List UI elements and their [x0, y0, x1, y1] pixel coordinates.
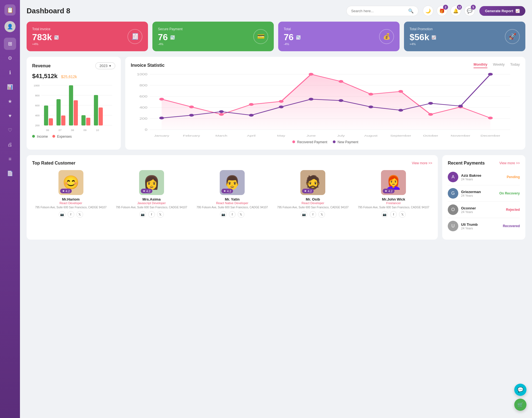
svg-text:September: September — [390, 134, 411, 137]
svg-text:1000: 1000 — [137, 73, 147, 76]
star-icon: ★ — [385, 189, 387, 193]
customer-avatar-4: 👩‍🦰 ★ 4.2 — [381, 170, 406, 195]
menu-icon: ≡ — [9, 156, 12, 162]
instagram-icon-0[interactable]: 📷 — [59, 211, 65, 218]
facebook-icon-4[interactable]: f — [390, 211, 397, 218]
customer-avatar-1: 👩 ★ 4.2 — [139, 170, 164, 195]
customer-rating-4: ★ 4.2 — [383, 189, 394, 193]
stat-change-payment: -4% — [158, 42, 268, 46]
svg-point-52 — [219, 113, 224, 116]
gift-btn[interactable]: 🎁 2 — [437, 6, 447, 16]
svg-point-70 — [398, 109, 403, 112]
float-chat-button[interactable]: 💬 — [514, 384, 526, 396]
facebook-icon-3[interactable]: f — [310, 211, 316, 218]
customer-address-2: 795 Folsom Ave, Suite 600 San Francisco,… — [196, 206, 268, 209]
info-icon: ℹ — [9, 70, 11, 76]
moon-toggle[interactable]: 🌙 — [423, 6, 433, 16]
search-input[interactable] — [351, 9, 408, 13]
svg-point-68 — [339, 99, 343, 102]
sidebar-item-settings[interactable]: ⚙ — [4, 52, 16, 64]
twitter-icon-3[interactable]: 𝕏 — [318, 211, 325, 218]
stat-card-payment: Secure Payment 76 📉 -4% 💳 — [152, 22, 274, 51]
payment-status-0: Pending — [507, 175, 520, 179]
stat-value-total: 76 📉 — [284, 32, 394, 42]
instagram-icon-3[interactable]: 📷 — [301, 211, 307, 218]
facebook-icon-1[interactable]: f — [148, 211, 155, 218]
instagram-icon-1[interactable]: 📷 — [139, 211, 146, 218]
sidebar-item-dashboard[interactable]: ⊞ — [4, 38, 16, 50]
payments-view-more[interactable]: View more >> — [499, 161, 520, 165]
list-item: A Aziz Bakree 24 Years Pending — [448, 169, 520, 185]
bar-chart-legend: Income Expenses — [32, 135, 115, 139]
print-icon: 🖨 — [7, 142, 12, 148]
customers-card: Top Rated Customer View more >> 😊 ★ 4.2 … — [27, 155, 438, 240]
float-chat-icon: 💬 — [517, 387, 523, 393]
svg-text:1000: 1000 — [34, 84, 39, 87]
float-cart-button[interactable]: 🛒 — [514, 399, 526, 411]
tab-today[interactable]: Today — [510, 62, 520, 68]
stat-icon-payment: 💳 — [253, 29, 268, 44]
chat-btn[interactable]: 💬 5 — [464, 6, 475, 16]
stat-card-invoice: Total invoice 783k 📉 +4% 🧾 — [27, 22, 148, 51]
stat-icon-invoice: 🧾 — [127, 29, 142, 44]
svg-text:October: October — [423, 134, 438, 137]
svg-point-58 — [398, 90, 403, 93]
sidebar-item-star[interactable]: ★ — [4, 95, 16, 107]
svg-point-61 — [488, 117, 493, 119]
svg-point-71 — [428, 102, 433, 105]
stat-label-promo: Total Promotion — [410, 27, 520, 31]
invoice-card: Invoice Statistic Monthly Weekly Today — [125, 57, 525, 150]
twitter-icon-1[interactable]: 𝕏 — [157, 211, 164, 218]
sidebar-avatar[interactable]: 👤 — [4, 21, 16, 32]
payment-name-3: Uli Trumb — [461, 222, 500, 227]
svg-rect-16 — [69, 85, 73, 125]
payment-info-2: Oconner 24 Years — [461, 206, 503, 214]
customer-avatar-3: 🧔 ★ 4.2 — [300, 170, 325, 195]
customer-rating-0: ★ 4.2 — [60, 189, 72, 193]
customer-address-3: 795 Folsom Ave, Suite 600 San Francisco,… — [277, 206, 349, 209]
sidebar-item-print[interactable]: 🖨 — [4, 139, 16, 151]
svg-point-69 — [369, 106, 373, 108]
svg-text:600: 600 — [139, 95, 147, 98]
customer-role-0: React Developer — [60, 201, 82, 205]
sidebar-logo[interactable]: 📋 — [4, 4, 16, 16]
customer-rating-1: ★ 4.2 — [141, 189, 152, 193]
expenses-dot — [52, 135, 55, 138]
facebook-icon-2[interactable]: f — [229, 211, 236, 218]
svg-text:200: 200 — [139, 117, 147, 120]
twitter-icon-4[interactable]: 𝕏 — [399, 211, 406, 218]
sidebar-item-list[interactable]: 📄 — [4, 167, 16, 179]
customer-socials-3: 📷 f 𝕏 — [301, 211, 325, 218]
customer-name-0: Mr.Hariom — [62, 197, 80, 201]
svg-point-51 — [189, 106, 194, 108]
instagram-icon-2[interactable]: 📷 — [220, 211, 227, 218]
customers-title: Top Rated Customer — [32, 161, 75, 166]
facebook-icon-0[interactable]: f — [68, 211, 74, 218]
customer-socials-0: 📷 f 𝕏 — [59, 211, 83, 218]
generate-report-button[interactable]: Generate Report 📈 — [479, 6, 525, 16]
search-bar[interactable]: 🔍 — [346, 6, 418, 16]
chat-badge: 5 — [471, 5, 476, 10]
year-selector[interactable]: 2023 ▾ — [95, 62, 115, 69]
star-icon: ★ — [62, 189, 65, 193]
sidebar-item-menu[interactable]: ≡ — [4, 153, 16, 165]
tab-weekly[interactable]: Weekly — [493, 62, 505, 68]
revenue-card: Revenue 2023 ▾ $41,512k $25,612k — [27, 57, 121, 150]
sidebar-item-heart2[interactable]: ♡ — [4, 124, 16, 136]
instagram-icon-4[interactable]: 📷 — [381, 211, 388, 218]
twitter-icon-2[interactable]: 𝕏 — [238, 211, 244, 218]
sidebar-item-chart[interactable]: 📊 — [4, 81, 16, 93]
revenue-amount: $41,512k — [32, 73, 58, 80]
svg-text:800: 800 — [139, 84, 147, 87]
customers-view-more[interactable]: View more >> — [412, 161, 432, 165]
twitter-icon-0[interactable]: 𝕏 — [76, 211, 83, 218]
payments-card: Recent Payments View more >> A Aziz Bakr… — [442, 155, 525, 240]
tab-monthly[interactable]: Monthly — [474, 62, 487, 68]
customers-grid: 😊 ★ 4.2 Mr.Hariom React Developer 795 Fo… — [32, 170, 432, 218]
sidebar-item-info[interactable]: ℹ — [4, 66, 16, 79]
settings-icon: ⚙ — [8, 55, 12, 61]
bell-btn[interactable]: 🔔 12 — [451, 6, 461, 16]
sidebar-item-heart[interactable]: ♥ — [4, 110, 16, 122]
svg-marker-49 — [162, 74, 490, 130]
customer-name-2: Mr. Yatin — [225, 197, 239, 201]
